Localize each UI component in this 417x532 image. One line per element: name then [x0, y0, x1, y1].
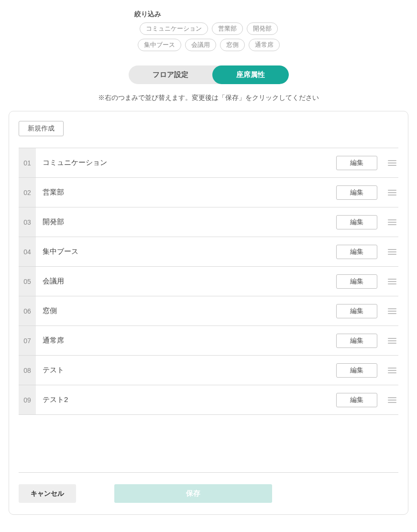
row-label: テスト — [36, 366, 336, 375]
tab-toggle: フロア設定 座席属性 — [0, 65, 417, 84]
drag-handle-icon[interactable] — [388, 308, 398, 314]
row-label: 営業部 — [36, 188, 336, 197]
table-row: 04集中ブース編集 — [19, 237, 398, 266]
filter-section: 絞り込み コミュニケーション営業部開発部集中ブース会議用窓側通常席 — [0, 10, 417, 51]
instruction-text: ※右のつまみで並び替えます。変更後は「保存」をクリックしてください — [0, 94, 417, 102]
row-label: 集中ブース — [36, 247, 336, 256]
new-button[interactable]: 新規作成 — [19, 121, 64, 136]
tab-seat-attributes[interactable]: 座席属性 — [212, 65, 289, 84]
row-number: 09 — [19, 385, 36, 414]
edit-button[interactable]: 編集 — [336, 245, 377, 259]
row-number: 05 — [19, 267, 36, 296]
table-row: 08テスト編集 — [19, 355, 398, 385]
cancel-button[interactable]: キャンセル — [19, 484, 76, 503]
table-row: 06窓側編集 — [19, 296, 398, 326]
row-number: 01 — [19, 148, 36, 177]
filter-chip[interactable]: 会議用 — [185, 39, 216, 51]
drag-handle-icon[interactable] — [388, 338, 398, 344]
drag-handle-icon[interactable] — [388, 279, 398, 284]
filter-chip[interactable]: 窓側 — [220, 39, 245, 51]
table-row: 02営業部編集 — [19, 177, 398, 207]
row-number: 07 — [19, 326, 36, 355]
filter-chip[interactable]: 開発部 — [247, 22, 278, 35]
row-label: 窓側 — [36, 306, 336, 315]
edit-button[interactable]: 編集 — [336, 215, 377, 229]
edit-button[interactable]: 編集 — [336, 393, 377, 407]
edit-button[interactable]: 編集 — [336, 363, 377, 378]
attribute-list: 01コミュニケーション編集02営業部編集03開発部編集04集中ブース編集05会議… — [19, 148, 398, 415]
row-number: 08 — [19, 356, 36, 385]
row-label: 会議用 — [36, 277, 336, 286]
drag-handle-icon[interactable] — [388, 368, 398, 373]
save-button[interactable]: 保存 — [114, 484, 272, 503]
row-label: 通常席 — [36, 336, 336, 345]
row-label: 開発部 — [36, 217, 336, 227]
edit-button[interactable]: 編集 — [336, 156, 377, 170]
filter-chip[interactable]: 通常席 — [249, 39, 280, 51]
table-row: 05会議用編集 — [19, 266, 398, 296]
filter-chip[interactable]: 営業部 — [212, 22, 243, 35]
row-label: コミュニケーション — [36, 158, 336, 167]
filter-chip[interactable]: コミュニケーション — [140, 22, 208, 35]
row-number: 03 — [19, 207, 36, 237]
row-label: テスト2 — [36, 395, 336, 404]
edit-button[interactable]: 編集 — [336, 304, 377, 318]
row-number: 04 — [19, 237, 36, 266]
drag-handle-icon[interactable] — [388, 397, 398, 403]
drag-handle-icon[interactable] — [388, 160, 398, 166]
drag-handle-icon[interactable] — [388, 219, 398, 225]
table-row: 07通常席編集 — [19, 326, 398, 355]
seat-attribute-panel: 新規作成 01コミュニケーション編集02営業部編集03開発部編集04集中ブース編… — [9, 111, 408, 515]
edit-button[interactable]: 編集 — [336, 274, 377, 289]
edit-button[interactable]: 編集 — [336, 185, 377, 200]
footer-buttons: キャンセル 保存 — [19, 472, 398, 503]
edit-button[interactable]: 編集 — [336, 334, 377, 348]
filter-chip[interactable]: 集中ブース — [138, 39, 181, 51]
table-row: 09テスト2編集 — [19, 385, 398, 414]
tab-floor-settings[interactable]: フロア設定 — [129, 65, 212, 84]
drag-handle-icon[interactable] — [388, 190, 398, 195]
table-row: 03開発部編集 — [19, 207, 398, 237]
row-number: 02 — [19, 178, 36, 207]
row-number: 06 — [19, 296, 36, 326]
filter-chips: コミュニケーション営業部開発部集中ブース会議用窓側通常席 — [122, 22, 295, 51]
filter-label: 絞り込み — [134, 10, 283, 19]
table-row: 01コミュニケーション編集 — [19, 148, 398, 177]
drag-handle-icon[interactable] — [388, 249, 398, 255]
